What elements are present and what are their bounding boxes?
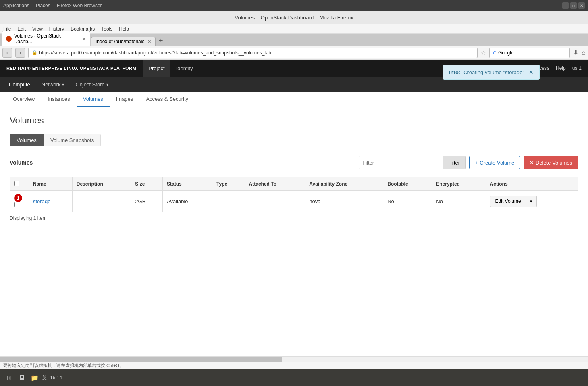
search-placeholder: Google bbox=[498, 50, 514, 56]
tab-volumes[interactable]: Volumes bbox=[77, 92, 110, 107]
volume-name-link[interactable]: storage bbox=[33, 198, 50, 204]
os-titlebar: Applications Places Firefox Web Browser … bbox=[0, 0, 588, 11]
tab-label-1: Volumes - OpenStack Dashb... bbox=[14, 33, 80, 44]
row-type-cell: - bbox=[212, 191, 245, 212]
tab-close-1[interactable]: ✕ bbox=[82, 36, 86, 42]
tab-close-2[interactable]: ✕ bbox=[148, 39, 151, 44]
row-bootable-cell: No bbox=[383, 191, 432, 212]
col-header-status: Status bbox=[163, 177, 212, 191]
sub-tabs: Volumes Volume Snapshots bbox=[10, 134, 578, 146]
info-toast: Info: Creating volume "storage" ✕ bbox=[443, 65, 540, 80]
status-bar: 要将输入定向到该虚拟机，请在虚拟机内部单击或按 Ctrl+G。 bbox=[0, 362, 588, 369]
os-places-menu[interactable]: Places bbox=[36, 3, 50, 8]
menu-tools[interactable]: Tools bbox=[101, 26, 112, 32]
nav-object-store[interactable]: Object Store ▾ bbox=[70, 77, 114, 92]
edit-volume-button[interactable]: Edit Volume bbox=[490, 196, 526, 207]
main-content: Volumes Volumes Volume Snapshots Volumes… bbox=[0, 107, 588, 232]
toast-close-btn[interactable]: ✕ bbox=[529, 69, 534, 75]
filter-button[interactable]: Filter bbox=[443, 156, 466, 169]
col-header-bootable: Bootable bbox=[383, 177, 432, 191]
taskbar-icon-2[interactable]: 🖥 bbox=[16, 372, 27, 383]
page-title: Volumes bbox=[10, 115, 578, 126]
filter-input[interactable] bbox=[359, 156, 439, 169]
row-actions-cell: Edit Volume▾ bbox=[486, 191, 578, 212]
os-apps-menu[interactable]: Applications bbox=[3, 3, 29, 8]
download-button[interactable]: ⬇ bbox=[573, 49, 578, 56]
help-link[interactable]: Help bbox=[556, 65, 566, 71]
table-row: 1 storage 2GB Available - nova No No bbox=[10, 191, 578, 212]
forward-button[interactable]: › bbox=[15, 48, 25, 58]
tab-images[interactable]: Images bbox=[110, 92, 140, 107]
search-box[interactable]: G Google bbox=[489, 48, 570, 58]
os-browser-label: Firefox Web Browser bbox=[57, 3, 102, 8]
col-header-size: Size bbox=[131, 177, 163, 191]
row-checkbox[interactable] bbox=[14, 202, 19, 207]
row-size-cell: 2GB bbox=[131, 191, 163, 212]
scrollbar-thumb[interactable] bbox=[0, 357, 282, 362]
redhat-logo: RED HAT® ENTERPRISE LINUX OPENSTACK PLAT… bbox=[6, 66, 136, 71]
horizontal-scrollbar[interactable] bbox=[0, 356, 588, 362]
create-volume-button[interactable]: + Create Volume bbox=[469, 156, 520, 169]
row-badge: 1 bbox=[14, 194, 22, 202]
col-header-type: Type bbox=[212, 177, 245, 191]
status-text: 要将输入定向到该虚拟机，请在虚拟机内部单击或按 Ctrl+G。 bbox=[3, 363, 124, 369]
action-dropdown-toggle[interactable]: ▾ bbox=[526, 196, 537, 207]
menu-help[interactable]: Help bbox=[119, 26, 129, 32]
taskbar: ⊞ 🖥 📁 英 16:14 bbox=[0, 369, 588, 386]
taskbar-icon-1[interactable]: ⊞ bbox=[3, 372, 15, 383]
sub-tab-volumes[interactable]: Volumes bbox=[10, 134, 44, 146]
browser-tab-1[interactable]: Volumes - OpenStack Dashb... ✕ bbox=[2, 31, 90, 46]
nav-compute[interactable]: Compute bbox=[3, 77, 36, 92]
address-bar: ‹ › 🔒 https://servera.pod0.example.com/d… bbox=[0, 46, 588, 60]
volumes-section: Volumes Filter + Create Volume ✕ Delete … bbox=[10, 153, 578, 224]
col-header-actions: Actions bbox=[486, 177, 578, 191]
row-status-cell: Available bbox=[163, 191, 212, 212]
network-label: Network bbox=[42, 81, 61, 88]
tab-access-security[interactable]: Access & Security bbox=[139, 92, 195, 107]
back-button[interactable]: ‹ bbox=[2, 48, 12, 58]
taskbar-icon-3[interactable]: 📁 bbox=[29, 372, 40, 383]
volumes-table: Name Description Size Status Type Attach… bbox=[10, 177, 578, 212]
browser-tab-2[interactable]: Index of /pub/materials ✕ bbox=[91, 37, 156, 46]
nav-network[interactable]: Network ▾ bbox=[36, 77, 70, 92]
row-checkbox-cell: 1 bbox=[10, 191, 29, 212]
nav-project-btn[interactable]: Project bbox=[143, 60, 170, 77]
nav-identity-btn[interactable]: Identity bbox=[170, 60, 199, 77]
window-minimize-btn[interactable]: ─ bbox=[562, 2, 569, 9]
sub-tab-snapshots[interactable]: Volume Snapshots bbox=[44, 134, 101, 146]
taskbar-lang: 英 bbox=[42, 374, 47, 381]
url-text: https://servera.pod0.example.com/dashboa… bbox=[39, 50, 271, 56]
col-header-attached-to: Attached To bbox=[245, 177, 305, 191]
new-tab-button[interactable]: + bbox=[156, 37, 166, 45]
taskbar-time: 16:14 bbox=[50, 375, 62, 380]
tab-label-2: Index of /pub/materials bbox=[96, 39, 144, 44]
home-button[interactable]: ⌂ bbox=[582, 49, 586, 56]
url-bar[interactable]: 🔒 https://servera.pod0.example.com/dashb… bbox=[28, 48, 478, 58]
window-maximize-btn[interactable]: □ bbox=[570, 2, 577, 9]
browser-window-title: Volumes – OpenStack Dashboard – Mozilla … bbox=[235, 15, 353, 21]
col-header-checkbox bbox=[10, 177, 29, 191]
object-store-label: Object Store bbox=[75, 81, 104, 88]
bookmark-star[interactable]: ☆ bbox=[481, 50, 486, 56]
page-tabs-bar: Overview Instances Volumes Images Access… bbox=[0, 92, 588, 107]
delete-volumes-button[interactable]: ✕ Delete Volumes bbox=[524, 156, 578, 169]
select-all-checkbox[interactable] bbox=[14, 181, 19, 186]
row-az-cell: nova bbox=[305, 191, 383, 212]
row-description-cell bbox=[72, 191, 131, 212]
browser-titlebar: Volumes – OpenStack Dashboard – Mozilla … bbox=[0, 11, 588, 24]
user-menu[interactable]: usr1 bbox=[572, 65, 582, 71]
volumes-section-title: Volumes bbox=[10, 159, 33, 166]
google-icon: G bbox=[493, 50, 497, 55]
tab-overview[interactable]: Overview bbox=[6, 92, 41, 107]
compute-label: Compute bbox=[9, 81, 30, 88]
tab-instances[interactable]: Instances bbox=[41, 92, 77, 107]
browser-tabs: Volumes - OpenStack Dashb... ✕ Index of … bbox=[0, 34, 588, 46]
col-header-description: Description bbox=[72, 177, 131, 191]
lock-icon: 🔒 bbox=[32, 50, 37, 55]
displaying-count: Displaying 1 item bbox=[10, 212, 578, 224]
window-close-btn[interactable]: ✕ bbox=[578, 2, 585, 9]
object-store-dropdown-icon: ▾ bbox=[106, 82, 108, 87]
row-attached-cell bbox=[245, 191, 305, 212]
network-dropdown-icon: ▾ bbox=[62, 82, 64, 87]
row-name-cell: storage bbox=[29, 191, 73, 212]
